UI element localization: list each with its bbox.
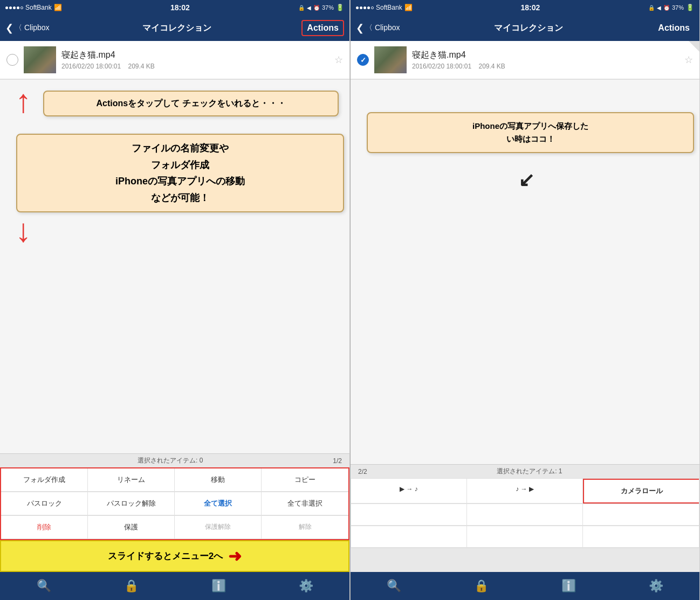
- slide-label: スライドするとメニュー2へ: [108, 550, 223, 562]
- battery-right: 37%: [672, 4, 684, 11]
- callout-actions-main: ファイルの名前変更やフォルダ作成iPhoneの写真アプリへの移動などが可能！: [16, 134, 344, 212]
- action-video-to-audio[interactable]: ▶ → ♪: [351, 479, 467, 504]
- back-label-right: 〈 Clipbox: [365, 23, 400, 33]
- location-icon-left: ◀: [307, 5, 311, 11]
- time-right: 18:02: [520, 3, 540, 12]
- tab-search-left[interactable]: 🔍: [37, 579, 51, 593]
- actions-button-left[interactable]: Actions: [301, 20, 344, 36]
- back-button-left[interactable]: ❮ 〈 Clipbox: [5, 22, 50, 34]
- status-bar-left: SoftBank 📶 18:02 🔒 ◀ ⏰ 37% 🔋: [0, 0, 349, 15]
- tab-info-right[interactable]: ℹ️: [561, 579, 576, 593]
- action-empty-4: [351, 526, 467, 548]
- alarm-icon-left: ⏰: [313, 5, 320, 11]
- back-button-right[interactable]: ❮ 〈 Clipbox: [356, 22, 400, 34]
- carrier-right: SoftBank: [376, 4, 402, 11]
- fold-indicator: [689, 41, 699, 52]
- file-name-right: 寝起き猫.mp4: [412, 50, 681, 61]
- file-name-left: 寝起き猫.mp4: [61, 50, 331, 61]
- action-empty-2: [467, 504, 583, 526]
- carrier-left: SoftBank: [25, 4, 52, 11]
- file-checkbox-right[interactable]: [357, 54, 369, 66]
- battery-icon-right: 🔋: [686, 4, 694, 11]
- battery-icon-left: 🔋: [336, 4, 344, 11]
- action-cancel[interactable]: 解除: [262, 516, 348, 539]
- battery-left: 37%: [322, 4, 334, 11]
- callout-arrow-down: ↙: [518, 169, 534, 191]
- action-rename[interactable]: リネーム: [88, 468, 175, 492]
- file-item-left[interactable]: 寝起き猫.mp4 2016/02/20 18:00:01 209.4 KB ☆: [0, 41, 349, 79]
- callout-camera-roll: iPhoneの写真アプリへ保存したい時はココ！: [367, 112, 694, 153]
- file-item-right[interactable]: 寝起き猫.mp4 2016/02/20 18:00:01 209.4 KB ☆: [351, 41, 699, 79]
- action-grid-left: フォルダ作成 リネーム 移動 コピー パスロック パスロック解除 全て選択 全て…: [0, 467, 349, 540]
- action-empty-1: [351, 504, 467, 526]
- strip-center-right: 選択されたアイテム: 1: [497, 467, 562, 476]
- callout-actions-tap: Actionsをタップして チェックをいれると・・・: [43, 91, 339, 116]
- nav-bar-right: ❮ 〈 Clipbox マイコレクション Actions: [351, 15, 699, 41]
- nav-title-left: マイコレクション: [53, 23, 302, 34]
- action-copy[interactable]: コピー: [262, 468, 348, 492]
- tab-lock-left[interactable]: 🔒: [124, 579, 139, 593]
- red-arrow-up: ↑: [15, 85, 31, 118]
- action-passlock[interactable]: パスロック: [1, 492, 88, 515]
- callout-camera-roll-text: iPhoneの写真アプリへ保存したい時はココ！: [472, 121, 588, 143]
- file-info-left: 寝起き猫.mp4 2016/02/20 18:00:01 209.4 KB: [61, 50, 331, 70]
- action-move[interactable]: 移動: [175, 468, 262, 492]
- action-unprotect[interactable]: 保護解除: [175, 516, 262, 539]
- tab-search-right[interactable]: 🔍: [387, 579, 401, 593]
- action-empty-5: [467, 526, 583, 548]
- file-meta-left: 2016/02/20 18:00:01 209.4 KB: [61, 63, 331, 70]
- lock-icon-right: 🔒: [648, 5, 655, 11]
- strip-right-left: 1/2: [333, 457, 342, 465]
- file-meta-right: 2016/02/20 18:00:01 209.4 KB: [412, 63, 681, 70]
- spacer-right: [351, 548, 699, 572]
- red-arrow-down: ↓: [15, 215, 31, 247]
- wifi-icon-left: 📶: [54, 4, 62, 11]
- action-camera-roll[interactable]: カメラロール: [583, 479, 699, 504]
- action-deselect-all[interactable]: 全て非選択: [262, 492, 348, 515]
- star-icon-right[interactable]: ☆: [684, 54, 693, 66]
- action-audio-to-video[interactable]: ♪ → ▶: [467, 479, 583, 504]
- slide-arrow-banner: スライドするとメニュー2へ ➜: [0, 540, 349, 572]
- action-delete[interactable]: 削除: [1, 516, 88, 539]
- action-folder-create[interactable]: フォルダ作成: [1, 468, 88, 492]
- wifi-icon-right: 📶: [404, 4, 413, 11]
- star-icon-left[interactable]: ☆: [334, 54, 343, 66]
- nav-title-right: マイコレクション: [403, 23, 654, 34]
- file-thumb-right: [374, 46, 407, 73]
- action-strip-left: 選択されたアイテム: 0 1/2: [0, 453, 349, 467]
- action-empty-3: [583, 504, 699, 526]
- tab-info-left[interactable]: ℹ️: [211, 579, 226, 593]
- tab-lock-right[interactable]: 🔒: [474, 579, 489, 593]
- action-select-all[interactable]: 全て選択: [175, 492, 262, 515]
- action-empty-6: [583, 526, 699, 548]
- status-bar-right: SoftBank 📶 18:02 🔒 ◀ ⏰ 37% 🔋: [351, 0, 699, 15]
- action-protect[interactable]: 保護: [88, 516, 175, 539]
- back-label-left: 〈 Clipbox: [15, 23, 50, 33]
- tab-settings-left[interactable]: ⚙️: [299, 579, 313, 593]
- alarm-icon-right: ⏰: [663, 5, 670, 11]
- strip-left-right: 2/2: [358, 468, 367, 475]
- action-grid-right: ▶ → ♪ ♪ → ▶ カメラロール: [351, 478, 699, 548]
- file-thumb-left: [24, 46, 56, 73]
- file-list-left: 寝起き猫.mp4 2016/02/20 18:00:01 209.4 KB ☆: [0, 41, 349, 79]
- tab-bar-left: 🔍 🔒 ℹ️ ⚙️: [0, 572, 349, 600]
- file-list-right: 寝起き猫.mp4 2016/02/20 18:00:01 209.4 KB ☆: [351, 41, 699, 79]
- time-left: 18:02: [170, 3, 190, 12]
- tab-bar-right: 🔍 🔒 ℹ️ ⚙️: [351, 572, 699, 600]
- strip-center-left: 選択されたアイテム: 0: [138, 456, 203, 465]
- file-checkbox-left[interactable]: [6, 54, 18, 66]
- tab-settings-right[interactable]: ⚙️: [649, 579, 663, 593]
- slide-right-arrow: ➜: [228, 547, 242, 565]
- action-strip-right: 2/2 選択されたアイテム: 1: [351, 464, 699, 478]
- location-icon-right: ◀: [657, 5, 661, 11]
- file-info-right: 寝起き猫.mp4 2016/02/20 18:00:01 209.4 KB: [412, 50, 681, 70]
- action-passlock-release[interactable]: パスロック解除: [88, 492, 175, 515]
- nav-bar-left: ❮ 〈 Clipbox マイコレクション Actions: [0, 15, 349, 41]
- lock-icon-left: 🔒: [298, 5, 305, 11]
- right-panel: SoftBank 📶 18:02 🔒 ◀ ⏰ 37% 🔋 ❮ 〈 Clipbox…: [350, 0, 700, 600]
- actions-button-right[interactable]: Actions: [654, 21, 694, 35]
